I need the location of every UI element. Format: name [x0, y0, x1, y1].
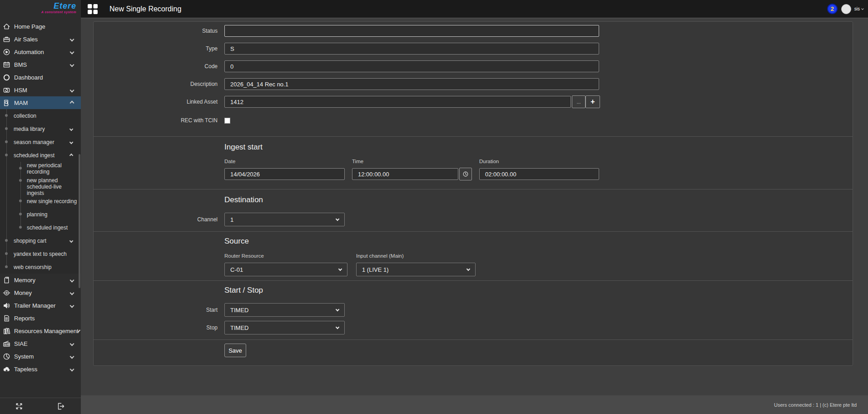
- chevron-down-icon: [70, 303, 74, 308]
- bullet-icon: [5, 114, 8, 117]
- sidebar-item-label: scheduled ingest: [14, 152, 55, 159]
- sidebar-item-new-planned-scheduled-live-ingests[interactable]: new planned scheduled-live ingests: [0, 175, 81, 195]
- form-card: Status Type Code Description Linked Asse…: [93, 21, 853, 366]
- drive-icon: [3, 86, 10, 94]
- sidebar-item-label: collection: [14, 113, 36, 119]
- linked-asset-browse-button[interactable]: ...: [572, 95, 585, 108]
- sidebar-item-label: SIAE: [14, 340, 28, 347]
- sidebar-item-mam[interactable]: MAM: [0, 96, 81, 109]
- chevron-down-icon: [70, 88, 74, 92]
- play-circle-icon: [3, 48, 10, 56]
- sidebar-item-label: media library: [14, 126, 45, 132]
- sidebar-item-dashboard[interactable]: Dashboard: [0, 71, 81, 84]
- sidebar-item-reports[interactable]: Reports: [0, 312, 81, 324]
- fullscreen-icon[interactable]: [15, 402, 23, 410]
- avatar[interactable]: [841, 4, 851, 14]
- sidebar-item-yandex-text-to-speech[interactable]: yandex text to speech: [0, 247, 81, 260]
- sidebar-item-scheduled-ingest[interactable]: scheduled ingest: [0, 149, 81, 162]
- destination-title: Destination: [224, 195, 263, 205]
- chevron-down-icon: [338, 267, 342, 270]
- section-divider: [94, 280, 853, 281]
- sidebar-item-money[interactable]: Money: [0, 286, 81, 299]
- bullet-icon: [5, 239, 8, 242]
- sidebar-item-label: Money: [14, 289, 32, 296]
- doc-search-icon: [3, 99, 10, 107]
- calendar-icon: [3, 61, 10, 69]
- mam-submenu: collection media library season manager …: [0, 109, 81, 274]
- start-select[interactable]: TIMED: [224, 303, 345, 317]
- sidebar-item-system[interactable]: System: [0, 350, 81, 363]
- linked-asset-input[interactable]: [224, 96, 571, 108]
- bullet-icon: [19, 226, 22, 229]
- linked-asset-add-button[interactable]: +: [585, 95, 600, 108]
- notification-badge[interactable]: 2: [827, 4, 838, 14]
- sidebar-item-label: System: [14, 353, 34, 360]
- user-name-label: sis: [854, 6, 860, 11]
- chevron-down-icon: [336, 217, 339, 220]
- channel-select[interactable]: 1: [224, 213, 345, 226]
- chevron-up-icon: [70, 100, 74, 105]
- stop-select[interactable]: TIMED: [224, 321, 345, 334]
- sidebar-item-siae[interactable]: SIAE: [0, 337, 81, 350]
- logout-icon[interactable]: [57, 402, 65, 410]
- sidebar-scrollbar[interactable]: [79, 154, 80, 288]
- sidebar-item-planning[interactable]: planning: [0, 208, 81, 221]
- sidebar-item-season-manager[interactable]: season manager: [0, 135, 81, 149]
- sidebar-item-automation[interactable]: Automation: [0, 45, 81, 58]
- sidebar-item-web-censorship[interactable]: web censorship: [0, 260, 81, 274]
- sidebar-footer: [0, 398, 81, 414]
- code-label: Code: [94, 60, 218, 72]
- code-input[interactable]: [224, 60, 599, 72]
- rec-with-tcin-checkbox[interactable]: [224, 118, 230, 124]
- chevron-down-icon: [70, 50, 74, 54]
- chevron-down-icon: [336, 325, 339, 329]
- chevron-down-icon: [70, 290, 74, 295]
- router-resource-value: C-01: [230, 266, 243, 273]
- status-input[interactable]: [224, 25, 599, 37]
- input-channel-select[interactable]: 1 (LIVE 1): [356, 263, 476, 276]
- sidebar-item-media-library[interactable]: media library: [0, 122, 81, 135]
- sidebar-item-tapeless[interactable]: Tapeless: [0, 363, 81, 375]
- router-resource-label: Router Resource: [224, 253, 264, 259]
- sidebar-item-label: Tapeless: [14, 366, 37, 373]
- sidebar-item-label: HSM: [14, 87, 27, 94]
- sidebar-item-scheduled-ingest-child[interactable]: scheduled ingest: [0, 221, 81, 234]
- type-input[interactable]: [224, 43, 599, 55]
- channel-label: Channel: [94, 214, 218, 225]
- sidebar-item-shopping-cart[interactable]: shopping cart: [0, 234, 81, 247]
- sidebar-item-label: planning: [27, 211, 47, 218]
- bullet-icon: [19, 200, 22, 202]
- bullet-icon: [19, 167, 22, 170]
- input-channel-label: Input channel (Main): [356, 253, 404, 259]
- brand-logo[interactable]: Etere A consistent system: [0, 0, 81, 18]
- sidebar-item-hsm[interactable]: HSM: [0, 84, 81, 96]
- router-resource-select[interactable]: C-01: [224, 263, 347, 276]
- topbar: New Single Recording 2 sis: [81, 0, 868, 18]
- sidebar-item-bms[interactable]: BMS: [0, 58, 81, 71]
- save-button[interactable]: Save: [224, 344, 246, 357]
- duration-label: Duration: [479, 159, 499, 164]
- time-input[interactable]: [352, 168, 458, 180]
- coin-icon: [3, 289, 10, 297]
- sidebar-item-new-periodical-recording[interactable]: new periodical recording: [0, 162, 81, 175]
- sidebar-item-trailer-manager[interactable]: Trailer Manager: [0, 299, 81, 312]
- document-icon: [3, 314, 10, 322]
- description-input[interactable]: [224, 78, 599, 90]
- start-stop-title: Start / Stop: [224, 286, 263, 295]
- brand-tagline: A consistent system: [0, 10, 76, 14]
- sidebar-item-memory[interactable]: Memory: [0, 274, 81, 286]
- channel-select-value: 1: [230, 216, 233, 223]
- sidebar-item-air-sales[interactable]: Air Sales: [0, 33, 81, 45]
- sidebar-item-collection[interactable]: collection: [0, 109, 81, 122]
- cloud-upload-icon: [3, 365, 10, 373]
- topbar-right-cluster: 2 sis: [827, 4, 863, 14]
- apps-grid-icon[interactable]: [87, 4, 98, 15]
- date-input[interactable]: [224, 168, 345, 180]
- user-menu[interactable]: sis: [854, 6, 863, 11]
- time-picker-button[interactable]: [459, 168, 472, 180]
- sidebar-nav: Home Page Air Sales Automation BMS Dashb…: [0, 18, 81, 375]
- sidebar-item-home-page[interactable]: Home Page: [0, 20, 81, 33]
- duration-input[interactable]: [479, 168, 599, 180]
- sidebar-item-new-single-recording[interactable]: new single recording: [0, 195, 81, 208]
- sidebar-item-resources-management[interactable]: Resources Management: [0, 324, 81, 337]
